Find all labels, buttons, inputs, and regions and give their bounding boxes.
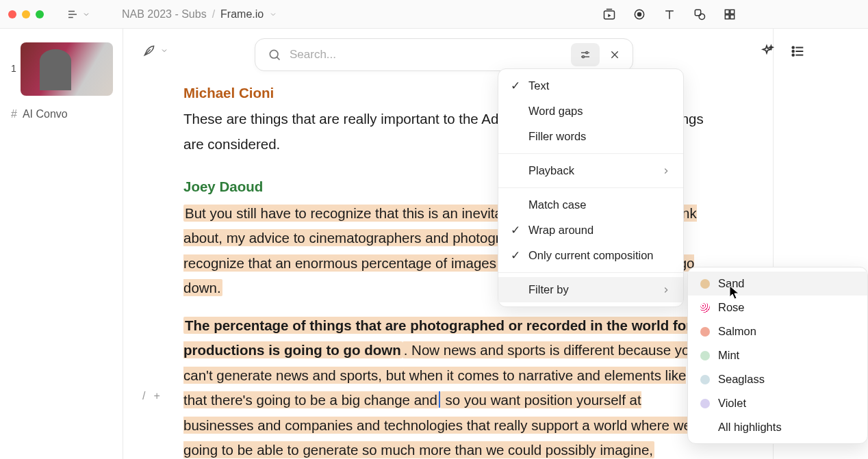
thumbnail-number: 1 xyxy=(11,63,16,74)
highlighted-text[interactable]: But you still have to recognize that thi… xyxy=(183,205,535,222)
submenu-item-label: Rose xyxy=(718,301,745,314)
filter-color-sand[interactable]: Sand xyxy=(688,272,867,296)
menu-item-match-case[interactable]: Match case xyxy=(498,192,683,218)
menu-item-label: Wrap around xyxy=(528,224,593,237)
sliders-icon xyxy=(579,49,591,61)
search-input[interactable] xyxy=(281,48,571,62)
list-button[interactable] xyxy=(791,44,806,59)
menu-item-wrap-around[interactable]: Wrap around xyxy=(498,218,683,243)
svg-point-9 xyxy=(270,50,278,58)
menu-item-filler-words[interactable]: Filler words xyxy=(498,124,683,149)
close-icon xyxy=(609,49,620,60)
breadcrumb-project[interactable]: NAB 2023 - Subs xyxy=(122,8,207,21)
sidebar-item-ai-convo[interactable]: # AI Convo xyxy=(11,108,112,120)
check-icon xyxy=(511,224,528,237)
record-icon[interactable] xyxy=(633,8,646,21)
filter-color-violet[interactable]: Violet xyxy=(688,391,867,415)
close-window-icon[interactable] xyxy=(8,10,16,18)
search-filter-toggle[interactable] xyxy=(571,43,600,66)
close-search-button[interactable] xyxy=(607,47,623,63)
menu-item-label: Filler words xyxy=(528,130,586,143)
filter-color-mint[interactable]: Mint xyxy=(688,343,867,367)
submenu-item-label: Mint xyxy=(718,349,739,362)
menu-separator xyxy=(498,153,683,154)
svg-rect-8 xyxy=(730,14,735,18)
composition-thumbnail[interactable]: 1 xyxy=(11,42,112,96)
menu-item-text[interactable]: Text xyxy=(498,73,683,99)
menu-item-label: Playback xyxy=(528,164,574,177)
menu-separator xyxy=(498,187,683,188)
menu-item-only-current-composition[interactable]: Only current composition xyxy=(498,243,683,268)
color-swatch-icon xyxy=(700,279,710,289)
text-icon[interactable] xyxy=(663,8,676,21)
svg-rect-5 xyxy=(725,10,729,14)
svg-point-2 xyxy=(638,12,641,16)
grid-icon[interactable] xyxy=(723,8,737,21)
chevron-down-icon xyxy=(160,47,168,55)
menu-lines-icon xyxy=(66,8,79,21)
color-swatch-icon xyxy=(700,351,710,360)
menu-item-label: Filter by xyxy=(528,283,569,296)
search-options-menu: Text Word gaps Filler words Playback Mat… xyxy=(498,68,684,307)
media-icon[interactable] xyxy=(602,8,616,21)
filter-color-seaglass[interactable]: Seaglass xyxy=(688,367,867,391)
transcript-paragraph[interactable]: The percentage of things that are photog… xyxy=(183,313,713,459)
submenu-item-label: Seaglass xyxy=(718,373,765,386)
hash-icon: # xyxy=(11,108,17,120)
drag-handle-icon[interactable]: / xyxy=(142,390,145,402)
chevron-down-icon xyxy=(82,10,90,18)
color-swatch-icon xyxy=(700,399,710,408)
sidebar: 1 # AI Convo xyxy=(0,29,123,459)
svg-point-13 xyxy=(792,51,794,53)
breadcrumb-page[interactable]: Frame.io xyxy=(220,8,264,21)
window-controls xyxy=(8,10,44,18)
check-icon xyxy=(511,249,528,262)
svg-rect-6 xyxy=(730,10,735,14)
menu-item-label: Word gaps xyxy=(528,105,583,118)
menu-item-label: Only current composition xyxy=(528,249,654,262)
svg-point-14 xyxy=(792,54,794,56)
svg-rect-7 xyxy=(725,14,729,18)
maximize-window-icon[interactable] xyxy=(36,10,44,18)
menu-item-word-gaps[interactable]: Word gaps xyxy=(498,99,683,124)
check-icon xyxy=(511,79,528,92)
chevron-right-icon xyxy=(661,166,671,176)
submenu-item-label: Sand xyxy=(718,277,745,290)
search-bar xyxy=(255,38,633,71)
color-swatch-icon xyxy=(700,303,710,313)
menu-item-label: Text xyxy=(528,79,549,92)
add-block-icon[interactable]: + xyxy=(153,390,159,402)
menu-item-label: Match case xyxy=(528,198,586,211)
svg-point-4 xyxy=(699,14,704,19)
minimize-window-icon[interactable] xyxy=(22,10,30,18)
chevron-right-icon xyxy=(661,285,671,295)
filter-all-highlights[interactable]: All highlights xyxy=(688,415,867,439)
breadcrumb: NAB 2023 - Subs / Frame.io xyxy=(122,8,277,21)
svg-point-12 xyxy=(792,47,794,49)
chevron-down-icon[interactable] xyxy=(269,10,277,18)
paragraph-controls: / + xyxy=(142,390,160,402)
thumbnail-image xyxy=(21,42,113,96)
submenu-item-label: All highlights xyxy=(718,421,782,434)
app-menu-button[interactable] xyxy=(60,5,96,24)
svg-point-10 xyxy=(586,52,588,54)
filter-by-submenu: Sand Rose Salmon Mint Seaglass Violet Al… xyxy=(687,267,868,444)
svg-point-11 xyxy=(583,56,585,58)
submenu-item-label: Salmon xyxy=(718,325,756,338)
menu-separator xyxy=(498,272,683,273)
filter-color-rose[interactable]: Rose xyxy=(688,296,867,319)
submenu-item-label: Violet xyxy=(718,397,746,410)
shapes-icon[interactable] xyxy=(693,8,706,21)
editor-mode-button[interactable] xyxy=(142,44,168,57)
title-bar: NAB 2023 - Subs / Frame.io xyxy=(0,0,868,29)
filter-color-salmon[interactable]: Salmon xyxy=(688,319,867,343)
sparkle-button[interactable] xyxy=(759,44,774,59)
sidebar-item-label: AI Convo xyxy=(23,108,68,120)
menu-item-playback[interactable]: Playback xyxy=(498,158,683,183)
color-swatch-icon xyxy=(700,327,710,337)
menu-item-filter-by[interactable]: Filter by xyxy=(498,277,683,302)
toolbar-right xyxy=(602,8,860,21)
color-swatch-icon xyxy=(700,375,710,384)
feather-icon xyxy=(142,44,156,57)
breadcrumb-separator: / xyxy=(212,8,215,21)
